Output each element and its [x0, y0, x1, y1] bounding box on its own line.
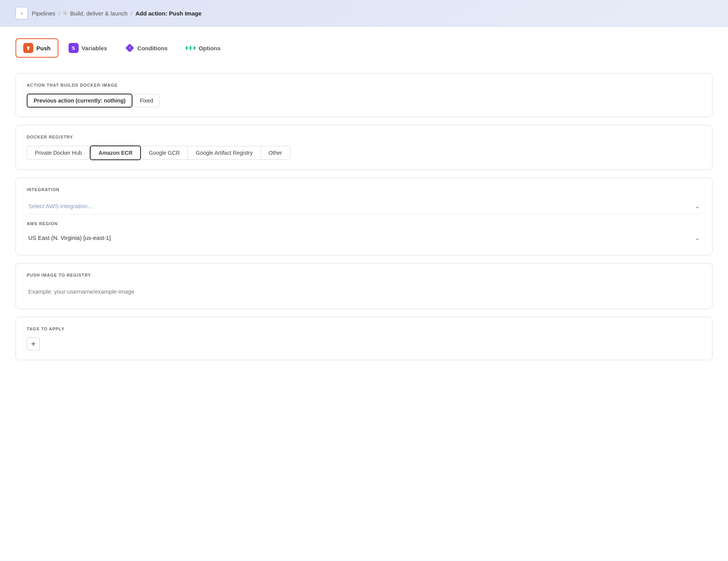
header: ‹ Pipelines / Build, deliver & launch / … [0, 0, 728, 27]
tab-conditions[interactable]: ! Conditions [117, 39, 175, 57]
conditions-tab-icon: ! [125, 43, 134, 53]
breadcrumb: Pipelines / Build, deliver & launch / Ad… [32, 10, 202, 17]
options-tab-label: Options [199, 45, 221, 51]
add-tag-button[interactable]: + [27, 337, 40, 351]
breadcrumb-pipeline-name[interactable]: Build, deliver & launch [70, 10, 127, 17]
options-tab-icon [185, 43, 196, 53]
variables-tab-icon: S [69, 43, 79, 53]
tab-options[interactable]: Options [178, 38, 228, 58]
chevron-down-icon: ⌄ [695, 203, 700, 209]
push-image-label: PUSH IMAGE TO REGISTRY [27, 273, 701, 277]
integration-label: INTEGRATION [27, 187, 701, 192]
docker-registry-label: DOCKER REGISTRY [27, 135, 701, 139]
aws-region-chevron-icon: ⌄ [695, 235, 700, 241]
push-image-section: PUSH IMAGE TO REGISTRY [15, 263, 713, 309]
tab-variables[interactable]: S Variables [61, 38, 115, 58]
docker-build-label: ACTION THAT BUILDS DOCKER IMAGE [27, 83, 701, 87]
aws-integration-placeholder: Select AWS integration... [28, 203, 92, 209]
breadcrumb-sep-1: / [58, 10, 60, 17]
tags-section: TAGS TO APPLY + [15, 317, 713, 360]
back-button[interactable]: ‹ [15, 7, 28, 19]
main-content: Push S Variables ! Conditions [0, 27, 728, 561]
push-tab-icon [23, 43, 33, 53]
tab-bar: Push S Variables ! Conditions [15, 38, 713, 62]
tab-push[interactable]: Push [15, 38, 58, 58]
aws-region-value: US East (N. Virginia) [us-east-1] [28, 234, 111, 241]
breadcrumb-dot [63, 11, 67, 15]
other-registry-btn[interactable]: Other [261, 146, 290, 160]
tags-label: TAGS TO APPLY [27, 327, 701, 331]
previous-action-btn[interactable]: Previous action (currently: nothing) [27, 94, 132, 108]
google-gcr-btn[interactable]: Google GCR [141, 146, 188, 160]
push-image-input[interactable] [27, 284, 701, 299]
google-artifact-registry-btn[interactable]: Google Artifact Registry [188, 146, 261, 160]
svg-text:!: ! [129, 46, 130, 50]
breadcrumb-current: Add action: Push Image [136, 10, 202, 17]
docker-registry-section: DOCKER REGISTRY Private Docker Hub Amazo… [15, 125, 713, 170]
breadcrumb-sep-2: / [130, 10, 132, 17]
push-tab-label: Push [36, 45, 51, 51]
amazon-ecr-btn[interactable]: Amazon ECR [90, 145, 141, 160]
breadcrumb-pipelines[interactable]: Pipelines [32, 10, 55, 17]
aws-region-label: AWS REGION [27, 221, 701, 226]
docker-build-options: Previous action (currently: nothing) Fix… [27, 94, 701, 108]
private-docker-hub-btn[interactable]: Private Docker Hub [27, 146, 90, 160]
integration-section: INTEGRATION Select AWS integration... ⌄ … [15, 178, 713, 255]
aws-region-select[interactable]: US East (N. Virginia) [us-east-1] ⌄ [27, 230, 701, 246]
variables-tab-label: Variables [82, 45, 107, 51]
docker-build-section: ACTION THAT BUILDS DOCKER IMAGE Previous… [15, 73, 713, 117]
fixed-btn[interactable]: Fixed [133, 94, 160, 107]
registry-options: Private Docker Hub Amazon ECR Google GCR… [27, 145, 701, 160]
aws-integration-select[interactable]: Select AWS integration... ⌄ [27, 198, 701, 214]
conditions-tab-label: Conditions [137, 45, 168, 51]
